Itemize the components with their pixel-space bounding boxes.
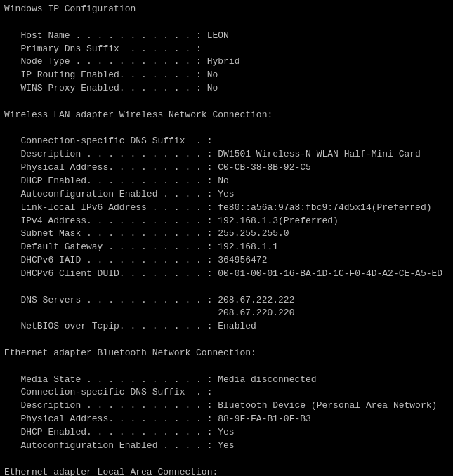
terminal-output: Windows IP Configuration Host Name . . .… [4, 3, 449, 476]
